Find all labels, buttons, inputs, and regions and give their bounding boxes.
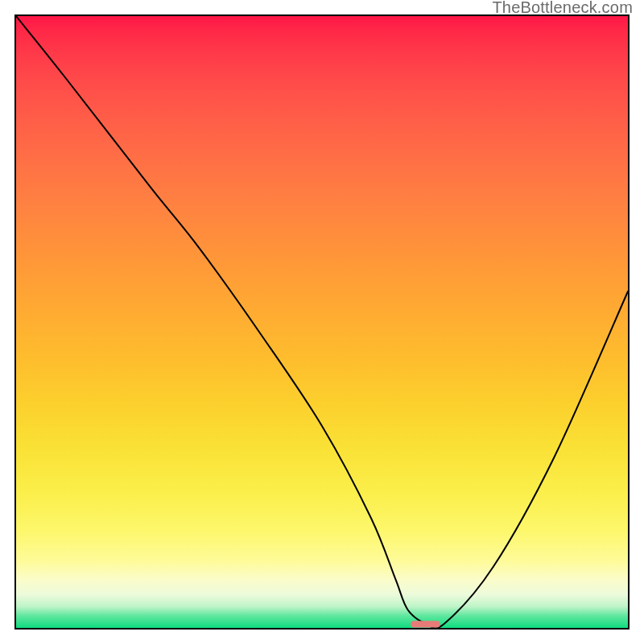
optimum-marker: [411, 621, 440, 627]
plot-area: [14, 14, 630, 630]
curve-layer: [16, 16, 628, 628]
bottleneck-chart: TheBottleneck.com: [0, 0, 644, 644]
bottleneck-curve: [16, 16, 628, 628]
